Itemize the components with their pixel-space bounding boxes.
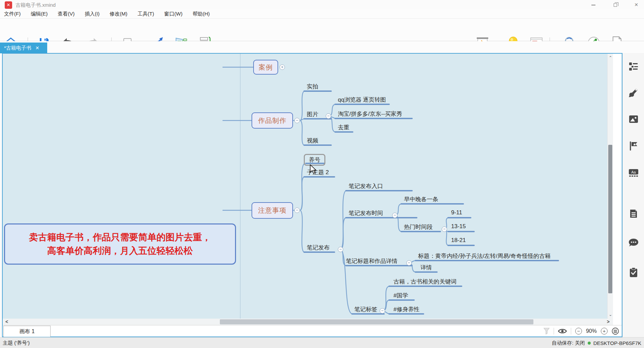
canvas-guide-line [240,54,240,319]
svg-text:Aa: Aa [631,170,636,174]
topic-yanghao-label: 养号 [309,156,320,164]
collapse-icon-remen[interactable]: − [442,226,447,232]
document-tab[interactable]: *古籍电子书 ✕ [0,43,47,53]
comments-panel-button[interactable] [628,238,639,247]
callout-line1: 卖古籍电子书，作品只需要简单的图片去重， [29,231,211,244]
topic-quzhong[interactable]: 去重 [338,124,349,131]
label-panel-button[interactable]: Aa [628,169,639,178]
topic-qq[interactable]: qq浏览器 逐页转图 [338,96,386,104]
device-name: DESKTOP-BP6SF7K [593,340,641,346]
title-bar: ✕ 古籍电子书.xmind ✕ [0,0,644,9]
horizontal-scrollbar[interactable]: < > [3,319,613,325]
close-button[interactable]: ✕ [628,0,644,9]
format-panel-button[interactable] [628,88,639,98]
filter-icon[interactable] [544,328,550,334]
close-icon: ✕ [634,2,638,7]
menu-window[interactable]: 窗口(W) [164,11,182,17]
eye-icon[interactable] [558,328,567,334]
tab-close-icon[interactable]: ✕ [35,45,39,51]
topic-xiangqing[interactable]: 详情 [420,264,432,271]
menu-file[interactable]: 文件(F) [4,11,21,17]
topic-remen[interactable]: 热门时间段 [404,223,433,231]
callout-note[interactable]: 卖古籍电子书，作品只需要简单的图片去重， 高客单价高利润，月入五位轻轻松松 [4,223,236,265]
minus-glyph: − [296,118,298,123]
zoom-in-button[interactable]: + [601,328,608,334]
topic-zizhuti[interactable]: 子主题 2 [307,168,329,176]
sheet-bar: 画布 1 − 90% + [3,325,622,337]
scroll-right-icon[interactable]: > [607,319,610,324]
topic-shijian[interactable]: 笔记发布时间 [349,209,383,217]
minimize-button[interactable] [586,0,601,9]
topic-biaoti[interactable]: 标题：黄帝内经/孙子兵法/左转/周易/奇奇怪怪的古籍 [418,252,551,260]
minus-glyph: − [296,208,298,213]
horizontal-scrollbar-thumb[interactable] [220,319,533,324]
topic-guoxue[interactable]: #国学 [393,292,408,299]
topic-anli[interactable]: 案例 [253,60,278,75]
minus-glyph: − [381,308,384,313]
collapse-icon-shijian[interactable]: − [392,213,398,218]
collapse-icon-tupian[interactable]: − [326,113,331,119]
topic-shipin[interactable]: 视频 [307,137,318,144]
vertical-scrollbar[interactable]: ⌃ ⌄ [607,54,613,319]
topic-zhuyi[interactable]: 注意事项 [252,202,293,219]
separator [554,328,554,334]
menu-view[interactable]: 查看(V) [58,11,75,17]
restore-icon [614,3,617,7]
sheet-tab-canvas1[interactable]: 画布 1 [3,326,51,337]
collapse-icon-biaotixq[interactable]: − [406,260,412,266]
zoom-out-button[interactable]: − [575,328,582,334]
minus-glyph: − [393,213,396,218]
notes-panel-button[interactable] [630,209,638,218]
marker-panel-button[interactable] [629,141,638,151]
minus-glyph: − [327,113,330,118]
topic-yanghao-selected[interactable]: 养号 [304,154,325,166]
topic-rukou[interactable]: 笔记发布入口 [349,182,383,190]
scroll-left-icon[interactable]: < [5,319,8,324]
menu-insert[interactable]: 插入(I) [85,11,99,17]
topic-biaotixq[interactable]: 笔记标题和作品详情 [346,257,398,265]
collapse-icon-zhuyi[interactable]: − [294,208,300,213]
topic-zuopin[interactable]: 作品制作 [252,112,293,129]
topic-1315[interactable]: 13-15 [451,223,466,230]
topic-anli-label: 案例 [259,63,273,72]
topic-guji[interactable]: 古籍，古书相关的关键词 [393,278,457,286]
menu-tools[interactable]: 工具(T) [138,11,154,17]
topic-shipai[interactable]: 实拍 [307,83,318,90]
topic-biaoqian[interactable]: 笔记标签 [354,305,377,313]
menu-help[interactable]: 帮助(H) [193,11,210,17]
editor-pane: 案例 + 作品制作 − 注意事项 − 实拍 图片 − qq浏览器 逐页转图 淘宝… [2,53,622,337]
collapse-icon-zuopin[interactable]: − [294,118,300,123]
comment-icon [628,238,639,247]
fit-map-icon[interactable] [612,327,619,335]
topic-tupian[interactable]: 图片 [307,110,318,118]
connection-dot-icon [588,342,591,345]
outline-panel-button[interactable] [629,62,638,71]
topic-911[interactable]: 9-11 [451,209,462,216]
image-panel-button[interactable] [629,115,638,123]
topic-fabu[interactable]: 笔记发布 [307,244,330,251]
scroll-down-icon[interactable]: ⌄ [608,312,613,317]
scroll-up-icon[interactable]: ⌃ [608,55,613,60]
vertical-scrollbar-thumb[interactable] [608,145,612,293]
mindmap-canvas[interactable]: 案例 + 作品制作 − 注意事项 − 实拍 图片 − qq浏览器 逐页转图 淘宝… [3,54,613,319]
clipboard-check-icon [629,267,638,277]
topic-taobao[interactable]: 淘宝/拼多多/京东--买家秀 [338,110,402,118]
minus-glyph: − [339,247,342,252]
topic-zhuyi-label: 注意事项 [258,206,287,215]
image-icon [629,115,638,123]
menu-edit[interactable]: 编辑(E) [31,11,48,17]
topic-zaozhongwan[interactable]: 早中晚各一条 [404,195,438,203]
tasks-panel-button[interactable] [629,267,638,277]
xmind-window: ✕ 古籍电子书.xmind ✕ 文件(F) 编辑(E) 查看(V) 插入(I) … [0,0,644,348]
collapse-icon-fabu[interactable]: − [338,247,343,252]
collapse-icon-biaoqian[interactable]: − [380,308,385,314]
format-brush-icon [628,88,639,98]
topic-1821[interactable]: 18-21 [451,237,466,244]
status-bar: 主题 ('养号') 自动保存: 关闭 DESKTOP-BP6SF7K [0,337,644,348]
restore-button[interactable] [608,0,623,9]
autosave-status: 自动保存: 关闭 [552,340,585,346]
menu-modify[interactable]: 修改(M) [110,11,127,17]
topic-xiushen[interactable]: #修身养性 [393,305,419,313]
minus-glyph: − [443,226,446,232]
expand-icon-anli[interactable]: + [280,64,285,70]
